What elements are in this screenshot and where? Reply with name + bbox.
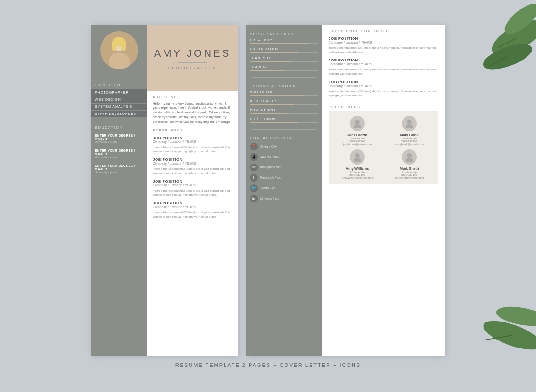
edu-sub-3: University / years xyxy=(95,171,143,174)
svg-point-19 xyxy=(354,158,361,162)
person-name: AMY JONES xyxy=(154,47,231,60)
skill-bar-bg-creativity xyxy=(250,43,318,44)
skill-bar-fill-creativity xyxy=(250,43,308,44)
skill-bar-fill-cd xyxy=(250,122,298,123)
exp-job-3: JOB POSITION Company / Location / YEARS … xyxy=(153,179,232,197)
experience-continued-label: EXPERIENCE CONTINUED xyxy=(329,29,438,33)
bottom-caption: RESUME TEMPLATE 2 PAGES + COVER LETTER +… xyxy=(175,362,361,368)
svg-point-6 xyxy=(495,304,536,330)
edu-degree-3: ENTER YOUR DEGREE / MAJOR xyxy=(95,164,143,171)
ref-item-1: Jack Brown Position title 5649237160 jac… xyxy=(333,116,381,146)
ref-item-4: Mark Smith Position title 5649237180 mar… xyxy=(385,149,433,179)
ref-name-4: Mark Smith xyxy=(400,166,419,171)
exp-cont-job-2: JOB POSITION Company / Location / YEARS … xyxy=(329,58,438,76)
skill-bar-fill-ps xyxy=(250,95,304,96)
ref-item-3: Amy Williams Position title 5649237180 a… xyxy=(333,149,381,179)
svg-point-14 xyxy=(355,120,360,124)
skill-name-organization: ORGANIZATION xyxy=(250,47,318,51)
exp-cont-job-3: JOB POSITION Company / Location / YEARS … xyxy=(329,80,438,98)
leaf-top-right-decoration xyxy=(441,0,536,118)
resume-page2: PERSONAL SKILLS CREATIVITY ORGANIZATION … xyxy=(246,25,445,356)
job-title-1: JOB POSITION xyxy=(153,136,232,140)
about-text: Hello, my name is Amy Jones. I'm photogr… xyxy=(153,101,232,124)
ref-name-2: Mary Black xyxy=(400,133,419,137)
svg-point-21 xyxy=(406,158,413,162)
expertise-item-4: STAFF DEVELOPMENT xyxy=(91,111,147,117)
expertise-item-3: SYSTEM ANALYSIS xyxy=(91,104,147,110)
personal-skills-label: PERSONAL SKILLS xyxy=(246,29,322,37)
references-label: REFERENCES xyxy=(329,105,438,109)
sidebar-divider-2 xyxy=(252,77,316,78)
job-company-2: Company / Location / YEARS xyxy=(153,162,232,165)
job-company-4: Company / Location / YEARS xyxy=(153,205,232,209)
contact-address: 📍 Street / City xyxy=(246,141,322,152)
skill-bar-fill-ai xyxy=(250,104,294,105)
skill-bar-bg-ps xyxy=(250,95,318,96)
job-desc-1: Insert a brief statement (2-3 lines) abo… xyxy=(153,145,232,154)
job-title-2: JOB POSITION xyxy=(153,157,232,162)
expertise-item-2: WEB DESIGN xyxy=(91,96,147,103)
svg-point-0 xyxy=(487,13,536,62)
ref-name-3: Amy Williams xyxy=(346,166,369,171)
svg-point-1 xyxy=(480,39,535,74)
contact-phone: 📱 123 456 7890 xyxy=(246,152,322,162)
contact-phone-text: 123 456 7890 xyxy=(260,155,279,158)
expertise-item-1: PHOTOGRAPHER xyxy=(91,89,147,96)
skill-bar-fill-training xyxy=(250,70,284,71)
cont-job-desc-1: Insert a brief statement (2-3 lines) abo… xyxy=(329,46,438,54)
page1-sidebar: EXPERTISE PHOTOGRAPHER WEB DESIGN SYSTEM… xyxy=(91,25,147,356)
skill-training: TRAINING xyxy=(246,64,322,73)
sidebar-divider-1 xyxy=(94,122,144,122)
expertise-label: EXPERTISE xyxy=(91,83,126,87)
ref-email-3: amywilliams@email.com xyxy=(342,176,373,179)
ref-item-2: Mary Black Position title 5649237190 mar… xyxy=(385,116,433,146)
sidebar-divider-3 xyxy=(252,129,316,130)
job-title-3: JOB POSITION xyxy=(153,179,232,183)
skill-bar-bg-ppt xyxy=(250,113,318,114)
contacts-label: CONTACTS/SOCIAL xyxy=(246,133,322,141)
skill-name-illustrator: ILLUSTRATOR xyxy=(250,99,318,103)
exp-job-4: JOB POSITION Company / Location / YEARS … xyxy=(153,201,232,219)
page1-header: AMY JONES PHOTOGRAPHER xyxy=(147,25,238,91)
skill-bar-bg-ai xyxy=(250,104,318,105)
ref-name-1: Jack Brown xyxy=(347,133,367,137)
skill-organization: ORGANIZATION xyxy=(246,46,322,55)
job-desc-4: Insert a brief statement (2-3 lines) abo… xyxy=(153,210,232,219)
job-desc-2: Insert a brief statement (2-3 lines) abo… xyxy=(153,167,232,175)
edu-item-2: ENTER YOUR DEGREE / MAJOR University / y… xyxy=(91,147,147,162)
edu-sub-2: University / years xyxy=(95,156,143,158)
ref-avatar-2 xyxy=(402,116,417,131)
references-grid: Jack Brown Position title 5649237160 jac… xyxy=(329,111,438,184)
profile-photo xyxy=(100,31,138,69)
svg-point-15 xyxy=(354,124,361,128)
skill-name-photoshop: PHOTOSHOP xyxy=(250,90,318,94)
email-icon: ✉ xyxy=(250,164,258,171)
about-label: ABOUT ME xyxy=(153,96,232,99)
cont-job-company-1: Company / Location / YEARS xyxy=(329,41,438,44)
job-desc-3: Insert a brief statement (2-3 lines) abo… xyxy=(153,189,232,197)
edu-sub-1: University / years xyxy=(95,140,143,143)
svg-point-2 xyxy=(500,0,536,39)
ref-email-4: marksmith@email.com xyxy=(395,176,424,179)
cont-job-desc-2: Insert a brief statement (2-3 lines) abo… xyxy=(329,68,438,76)
skill-teamplay: TEAM PLAY xyxy=(246,55,322,64)
svg-point-5 xyxy=(480,315,536,356)
exp-job-1: JOB POSITION Company / Location / YEARS … xyxy=(153,136,232,154)
skill-illustrator: ILLUSTRATOR xyxy=(246,98,322,107)
skill-bar-bg-cd xyxy=(250,122,318,123)
skill-photoshop: PHOTOSHOP xyxy=(246,89,322,98)
header-divider xyxy=(178,62,207,63)
contact-linkedin-text: LinkedIn / you xyxy=(260,197,279,200)
ref-avatar-1 xyxy=(350,116,365,131)
svg-point-16 xyxy=(407,120,412,124)
cont-job-title-3: JOB POSITION xyxy=(329,80,438,84)
resume-page1: EXPERTISE PHOTOGRAPHER WEB DESIGN SYSTEM… xyxy=(91,25,238,356)
skill-powerpoint: POWERPOINT xyxy=(246,107,322,116)
background: EXPERTISE PHOTOGRAPHER WEB DESIGN SYSTEM… xyxy=(0,0,536,392)
skill-name-powerpoint: POWERPOINT xyxy=(250,108,318,112)
facebook-icon: f xyxy=(250,174,258,182)
skill-bar-fill-ppt xyxy=(250,113,287,114)
twitter-icon: 🐦 xyxy=(250,184,258,192)
cont-job-company-2: Company / Location / YEARS xyxy=(329,62,438,66)
skill-bar-fill-org xyxy=(250,52,298,53)
